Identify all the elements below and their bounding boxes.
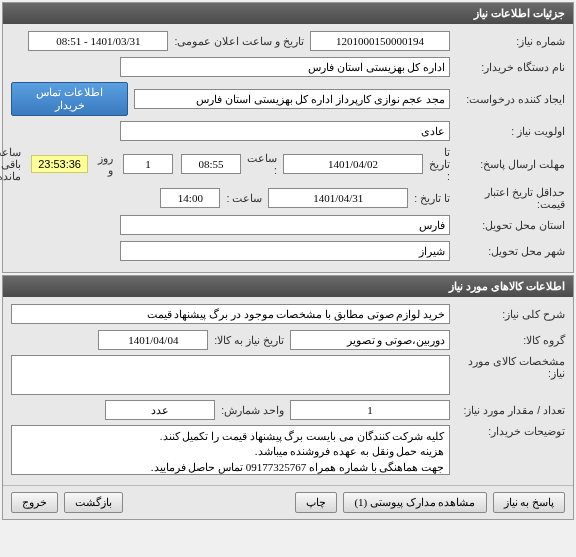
buyer-notes-label: توضیحات خریدار: bbox=[450, 425, 565, 437]
priority-label: اولویت نیاز : bbox=[450, 125, 565, 137]
reply-time-field[interactable] bbox=[181, 154, 241, 174]
unit-label: واحد شمارش: bbox=[215, 404, 290, 416]
countdown-group: روز و 23:53:36 ساعت باقی مانده bbox=[0, 146, 173, 182]
time-label-1: ساعت : bbox=[241, 152, 283, 176]
reply-to-need-button[interactable]: پاسخ به نیاز bbox=[493, 492, 566, 513]
buyer-org-label: نام دستگاه خریدار: bbox=[450, 61, 565, 73]
need-desc-label: شرح کلی نیاز: bbox=[450, 308, 565, 320]
priority-field[interactable] bbox=[120, 121, 450, 141]
back-button[interactable]: بازگشت bbox=[64, 492, 123, 513]
need-number-field[interactable] bbox=[310, 31, 450, 51]
print-button[interactable]: چاپ bbox=[295, 492, 337, 513]
need-desc-field[interactable] bbox=[11, 304, 450, 324]
goods-group-field[interactable] bbox=[290, 330, 450, 350]
requester-field[interactable] bbox=[134, 89, 450, 109]
countdown-timer: 23:53:36 bbox=[31, 155, 88, 173]
time-label-2: ساعت : bbox=[220, 192, 268, 204]
row-requester: ایجاد کننده درخواست: اطلاعات تماس خریدار bbox=[11, 82, 565, 116]
contact-buyer-button[interactable]: اطلاعات تماس خریدار bbox=[11, 82, 128, 116]
price-date-field[interactable] bbox=[268, 188, 408, 208]
need-details-panel: جزئیات اطلاعات نیاز شماره نیاز: تاریخ و … bbox=[2, 2, 574, 273]
price-time-field[interactable] bbox=[160, 188, 220, 208]
qty-field[interactable] bbox=[290, 400, 450, 420]
row-goods-group: گروه کالا: تاریخ نیاز به کالا: bbox=[11, 329, 565, 351]
goods-group-label: گروه کالا: bbox=[450, 334, 565, 346]
remaining-label: ساعت باقی مانده bbox=[0, 146, 27, 182]
delivery-province-field[interactable] bbox=[120, 215, 450, 235]
row-need-desc: شرح کلی نیاز: bbox=[11, 303, 565, 325]
buyer-notes-field[interactable] bbox=[11, 425, 450, 475]
goods-info-panel: اطلاعات کالاهای مورد نیاز شرح کلی نیاز: … bbox=[2, 275, 574, 520]
panel-body-2: شرح کلی نیاز: گروه کالا: تاریخ نیاز به ک… bbox=[3, 297, 573, 485]
row-reply-deadline: مهلت ارسال پاسخ: تا تاریخ : ساعت : روز و… bbox=[11, 146, 565, 182]
announce-datetime-label: تاریخ و ساعت اعلان عمومی: bbox=[168, 35, 310, 47]
panel-body-1: شماره نیاز: تاریخ و ساعت اعلان عمومی: نا… bbox=[3, 24, 573, 272]
need-to-goods-date-field[interactable] bbox=[98, 330, 208, 350]
exit-button[interactable]: خروج bbox=[11, 492, 58, 513]
row-goods-spec: مشخصات کالای مورد نیاز: bbox=[11, 355, 565, 395]
days-label: روز و bbox=[92, 152, 119, 176]
buyer-org-field[interactable] bbox=[120, 57, 450, 77]
to-date-label-2: تا تاریخ : bbox=[408, 192, 450, 204]
need-to-goods-date-label: تاریخ نیاز به کالا: bbox=[208, 334, 290, 346]
announce-datetime-field[interactable] bbox=[28, 31, 168, 51]
view-attachments-button[interactable]: مشاهده مدارک پیوستی (1) bbox=[343, 492, 486, 513]
need-number-label: شماره نیاز: bbox=[450, 35, 565, 47]
row-price-validity: حداقل تاریخ اعتبار قیمت: تا تاریخ : ساعت… bbox=[11, 186, 565, 210]
goods-spec-field[interactable] bbox=[11, 355, 450, 395]
price-validity-label: حداقل تاریخ اعتبار قیمت: bbox=[450, 186, 565, 210]
delivery-province-label: استان محل تحویل: bbox=[450, 219, 565, 231]
row-qty: تعداد / مقدار مورد نیاز: واحد شمارش: bbox=[11, 399, 565, 421]
goods-spec-label: مشخصات کالای مورد نیاز: bbox=[450, 355, 565, 379]
row-buyer-notes: توضیحات خریدار: bbox=[11, 425, 565, 475]
row-buyer-org: نام دستگاه خریدار: bbox=[11, 56, 565, 78]
panel-header-2: اطلاعات کالاهای مورد نیاز bbox=[3, 276, 573, 297]
panel-header-1: جزئیات اطلاعات نیاز bbox=[3, 3, 573, 24]
reply-deadline-label: مهلت ارسال پاسخ: bbox=[450, 158, 565, 170]
to-date-label-1: تا تاریخ : bbox=[423, 146, 450, 182]
delivery-city-field[interactable] bbox=[120, 241, 450, 261]
row-delivery-province: استان محل تحویل: bbox=[11, 214, 565, 236]
days-field[interactable] bbox=[123, 154, 173, 174]
reply-date-field[interactable] bbox=[283, 154, 423, 174]
row-need-number: شماره نیاز: تاریخ و ساعت اعلان عمومی: bbox=[11, 30, 565, 52]
footer-bar: پاسخ به نیاز مشاهده مدارک پیوستی (1) چاپ… bbox=[3, 485, 573, 519]
delivery-city-label: شهر محل تحویل: bbox=[450, 245, 565, 257]
unit-field[interactable] bbox=[105, 400, 215, 420]
requester-label: ایجاد کننده درخواست: bbox=[450, 93, 565, 105]
row-delivery-city: شهر محل تحویل: bbox=[11, 240, 565, 262]
row-priority: اولویت نیاز : bbox=[11, 120, 565, 142]
qty-label: تعداد / مقدار مورد نیاز: bbox=[450, 404, 565, 416]
